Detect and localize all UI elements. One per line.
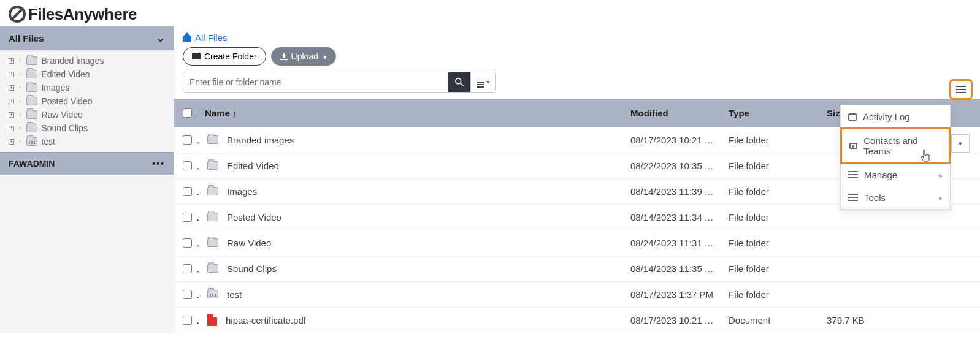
- search-row: ▾: [174, 72, 980, 99]
- table-row[interactable]: Raw Video08/24/2023 11:31 AMFile folder: [174, 230, 980, 256]
- folder-icon: [207, 161, 218, 170]
- sidebar-admin[interactable]: FAWADMIN •••: [0, 152, 174, 175]
- folder-icon: [26, 110, 37, 119]
- expand-icon[interactable]: +: [9, 99, 14, 104]
- tree-item[interactable]: +·Sound Clips: [4, 121, 174, 135]
- folder-tree: +·Branded images+·Edited Video+·Images+·…: [0, 50, 174, 152]
- globe-icon: [9, 6, 26, 23]
- row-checkbox[interactable]: [183, 264, 192, 273]
- filter-button[interactable]: ▾: [470, 72, 495, 92]
- file-modified: 08/14/2023 11:34 AM: [624, 204, 722, 230]
- list-icon: [848, 171, 858, 180]
- file-type: File folder: [722, 230, 821, 256]
- file-name: Sound Clips: [227, 264, 277, 274]
- tree-item[interactable]: +·Raw Video: [4, 108, 174, 121]
- row-checkbox[interactable]: [183, 161, 192, 170]
- column-name-header[interactable]: Name ↑: [199, 99, 624, 127]
- menu-activity-log[interactable]: Activity Log: [841, 105, 950, 128]
- tree-item-label: Raw Video: [41, 110, 82, 120]
- sidebar-admin-label: FAWADMIN: [9, 159, 55, 169]
- app-header: FilesAnywhere: [0, 0, 980, 26]
- folder-icon: [26, 70, 37, 78]
- select-all-header[interactable]: [174, 99, 199, 127]
- row-checkbox[interactable]: [183, 135, 192, 145]
- filter-icon: [477, 77, 484, 87]
- search-icon: [455, 78, 464, 86]
- expand-icon[interactable]: +: [9, 85, 14, 91]
- file-size: [821, 230, 980, 256]
- row-checkbox[interactable]: [183, 213, 192, 222]
- folder-icon: [26, 97, 37, 105]
- create-folder-button[interactable]: Create Folder: [183, 47, 266, 66]
- activity-log-icon: [848, 113, 857, 121]
- expand-icon[interactable]: +: [9, 139, 14, 145]
- pdf-icon: [207, 314, 217, 326]
- col-name-label: Name: [205, 108, 230, 118]
- row-checkbox[interactable]: [183, 238, 192, 248]
- brand-logo: FilesAnywhere: [9, 5, 137, 24]
- tree-connector: ·: [18, 96, 23, 106]
- expand-icon[interactable]: +: [9, 72, 14, 77]
- folder-icon: [26, 83, 37, 92]
- row-checkbox[interactable]: [183, 187, 192, 196]
- row-checkbox[interactable]: [183, 290, 192, 299]
- tree-item-label: Images: [41, 83, 69, 93]
- file-modified: 08/14/2023 11:39 AM: [624, 178, 722, 204]
- sidebar-all-files-label: All Files: [9, 33, 44, 44]
- breadcrumb: All Files: [174, 26, 980, 47]
- menu-tools[interactable]: Tools ▸: [841, 186, 950, 209]
- caret-down-icon: [322, 51, 327, 61]
- file-type: Document: [722, 307, 821, 333]
- sidebar-all-files[interactable]: All Files ⌄: [0, 26, 174, 50]
- breadcrumb-home[interactable]: All Files: [183, 32, 228, 43]
- column-type-header[interactable]: Type: [722, 99, 821, 127]
- table-row[interactable]: Sound Clips08/14/2023 11:35 AMFile folde…: [174, 256, 980, 281]
- tree-item[interactable]: +·Edited Video: [4, 67, 174, 81]
- tree-item[interactable]: +·Images: [4, 81, 174, 94]
- create-folder-label: Create Folder: [204, 51, 257, 61]
- submenu-arrow-icon: ▸: [939, 171, 943, 180]
- menu-manage[interactable]: Manage ▸: [841, 164, 950, 186]
- home-icon: [183, 34, 191, 42]
- folder-icon: [26, 124, 37, 132]
- folder-plus-icon: [192, 53, 201, 59]
- expand-icon[interactable]: +: [9, 126, 14, 131]
- select-all-checkbox[interactable]: [183, 108, 192, 118]
- menu-contacts-teams[interactable]: Contacts and Teams: [840, 127, 951, 164]
- more-icon[interactable]: •••: [152, 159, 165, 169]
- file-modified: 08/17/2023 10:21 AM: [624, 127, 722, 153]
- table-row[interactable]: hipaa-certificate.pdf08/17/2023 10:21 AM…: [174, 307, 980, 333]
- expand-icon[interactable]: +: [9, 58, 14, 64]
- upload-button[interactable]: Upload: [271, 47, 336, 66]
- file-type: File folder: [722, 204, 821, 230]
- main-panel: All Files Create Folder Upload: [174, 26, 980, 333]
- chevron-down-icon: ⌄: [156, 31, 165, 45]
- caret-down-icon: ▾: [486, 78, 489, 85]
- search-button[interactable]: [448, 72, 470, 92]
- expand-icon[interactable]: +: [9, 112, 14, 118]
- tree-item[interactable]: +·Branded images: [4, 54, 174, 67]
- tree-item[interactable]: +·test: [4, 135, 174, 148]
- table-row[interactable]: test08/17/2023 1:37 PMFile folder: [174, 281, 980, 307]
- columns-dropdown-button[interactable]: ▾: [951, 134, 970, 153]
- file-modified: 08/24/2023 11:31 AM: [624, 230, 722, 256]
- chart-folder-icon: [26, 137, 37, 146]
- menu-button[interactable]: [949, 79, 973, 100]
- upload-label: Upload: [291, 51, 318, 61]
- row-checkbox[interactable]: [183, 316, 192, 325]
- tree-item-label: test: [41, 137, 55, 146]
- tree-item-label: Branded images: [41, 56, 104, 66]
- file-type: File folder: [722, 153, 821, 178]
- search-input[interactable]: [183, 72, 448, 92]
- breadcrumb-home-label: All Files: [195, 32, 228, 43]
- column-modified-header[interactable]: Modified: [624, 99, 722, 127]
- chart-folder-icon: [207, 290, 218, 298]
- file-name: Branded images: [227, 135, 294, 145]
- tree-item-label: Posted Video: [41, 96, 92, 106]
- file-type: File folder: [722, 127, 821, 153]
- menu-tools-label: Tools: [864, 192, 886, 203]
- menu-manage-label: Manage: [864, 170, 897, 180]
- svg-line-1: [461, 83, 463, 85]
- tree-item[interactable]: +·Posted Video: [4, 94, 174, 108]
- list-icon: [848, 194, 858, 202]
